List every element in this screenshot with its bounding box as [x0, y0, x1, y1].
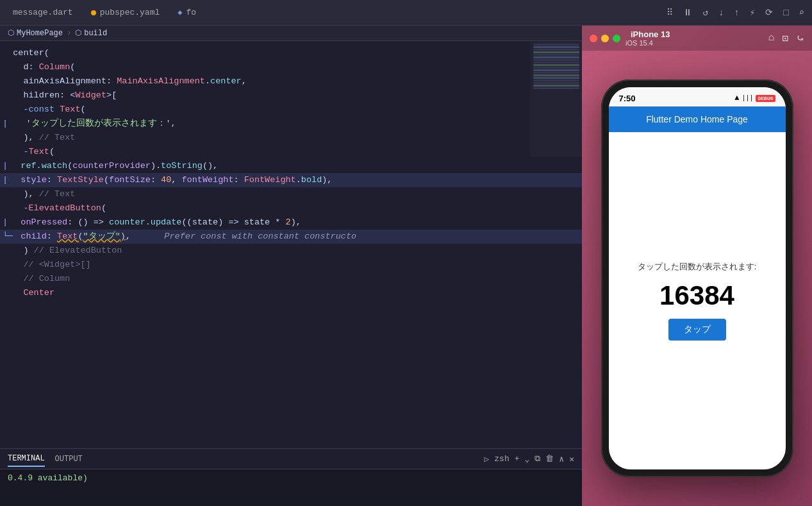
breadcrumb-part1[interactable]: MyHomePage — [17, 29, 63, 38]
screenshot-icon[interactable]: ⊡ — [782, 32, 788, 45]
terminal-shell-label: zsh — [494, 454, 509, 464]
tab-pubspec-yaml[interactable]: pubspec.yaml — [83, 5, 168, 20]
terminal-close-icon[interactable]: ✕ — [569, 454, 574, 464]
code-text: MainAxisAlignment — [117, 74, 205, 89]
debug-badge: DEBUG — [756, 95, 775, 102]
code-line-highlighted-squiggly: └─ child: Text("タップ"), Prefer const with… — [0, 230, 582, 244]
pause-icon[interactable]: ⏸ — [681, 6, 695, 19]
editor-pane: ⬡ MyHomePage › ⬡ build — [0, 26, 582, 506]
code-text: // Column — [3, 272, 70, 286]
rotate-icon[interactable]: ⤿ — [796, 32, 804, 45]
code-text: hildren: < — [3, 89, 75, 103]
code-text: // ElevatedButton — [34, 244, 122, 258]
signal-icon: ||| — [742, 95, 753, 102]
code-text: 'タップした回数が表示されます：', — [15, 117, 176, 131]
code-text: Center — [3, 286, 54, 300]
code-text: state — [192, 215, 219, 230]
breadcrumb: ⬡ MyHomePage › ⬡ build — [0, 26, 582, 41]
refresh-icon[interactable]: ↺ — [700, 6, 710, 19]
counter-value: 16384 — [659, 280, 734, 311]
terminal-actions: ▷ zsh + ⌄ ⧉ 🗑 ∧ ✕ — [484, 454, 574, 464]
code-text: onPressed — [21, 215, 67, 230]
code-text: ( — [81, 103, 86, 117]
code-text: // Text — [39, 187, 76, 201]
code-text: ). — [151, 159, 161, 173]
tab-label: pubspec.yaml — [100, 8, 160, 17]
phone-frame: 7:50 ▲ ||| DEBUG Flutter Demo Home Page — [601, 80, 793, 477]
download-icon[interactable]: ↓ — [716, 6, 726, 19]
undo-icon[interactable]: ⟳ — [763, 6, 775, 19]
code-text: ) => state * — [218, 215, 285, 230]
upload-icon[interactable]: ↑ — [731, 6, 742, 19]
device-info: iPhone 13 iOS 15.4 — [626, 30, 670, 47]
tab-message-dart[interactable]: message.dart — [5, 5, 81, 20]
code-text: : — [151, 173, 161, 187]
device-toolbar: iPhone 13 iOS 15.4 ⌂ ⊡ ⤿ — [582, 26, 812, 51]
breadcrumb-icon1: ⬡ — [8, 28, 14, 38]
code-line: ), // Text — [0, 187, 582, 201]
tab-output[interactable]: OUTPUT — [55, 452, 83, 466]
terminal-trash-icon[interactable]: 🗑 — [545, 454, 554, 464]
code-text — [3, 145, 23, 159]
code-text: bold — [301, 173, 322, 187]
search-icon[interactable]: ⌕ — [797, 6, 807, 19]
app-bar: Flutter Demo Home Page — [609, 106, 786, 132]
terminal-up-icon[interactable]: ∧ — [559, 454, 564, 464]
code-text: ( — [101, 201, 106, 215]
code-line: ainAxisAlignment: MainAxisAlignment.cent… — [0, 74, 582, 89]
lightning-icon[interactable]: ⚡ — [747, 6, 758, 19]
code-text: child — [21, 230, 47, 244]
code-text: (( — [181, 215, 192, 230]
terminal-text: 0.4.9 available) — [8, 473, 88, 483]
close-button[interactable] — [590, 35, 597, 42]
breadcrumb-part2[interactable]: build — [84, 29, 107, 38]
tap-button[interactable]: タップ — [668, 319, 726, 341]
terminal-area: TERMINAL OUTPUT ▷ zsh + ⌄ ⧉ 🗑 ∧ ✕ 0.4.9 … — [0, 448, 582, 506]
code-text: ), — [3, 131, 39, 145]
code-text: d: — [3, 60, 39, 74]
code-text: : () => — [67, 215, 109, 230]
hint-text: Prefer const with constant constructo — [144, 230, 356, 244]
code-line-highlighted: | style: TextStyle(fontSize: 40, fontWei… — [0, 173, 582, 187]
terminal-add-icon[interactable]: + — [515, 454, 520, 464]
code-text: // <Widget>[] — [3, 258, 91, 272]
code-text: ( — [67, 159, 72, 173]
counter-label: タップした回数が表示されます: — [638, 261, 757, 273]
code-text: 2 — [286, 215, 291, 230]
code-line: hildren: <Widget>[ — [0, 89, 582, 103]
device-toolbar-icons: ⌂ ⊡ ⤿ — [768, 32, 804, 45]
code-line: | ref.watch(counterProvider).toString(), — [0, 159, 582, 173]
code-text: fontWeight — [181, 173, 233, 187]
grid-icon[interactable]: ⠿ — [664, 6, 675, 19]
code-text: Column — [39, 60, 70, 74]
terminal-content[interactable]: 0.4.9 available) — [0, 469, 582, 506]
code-text: ) — [3, 244, 34, 258]
tab-terminal[interactable]: TERMINAL — [8, 451, 45, 467]
terminal-chevron-icon[interactable]: ⌄ — [525, 454, 530, 464]
tab-fo[interactable]: ◈ fo — [170, 5, 204, 20]
code-text: , — [126, 230, 131, 244]
code-text: : — [47, 230, 57, 244]
terminal-shell-icon: ▷ — [484, 454, 489, 464]
bar-char: | — [3, 173, 18, 187]
code-text: : — [234, 173, 244, 187]
main-area: ⬡ MyHomePage › ⬡ build — [0, 26, 812, 506]
code-editor[interactable]: center( d: Column( ainAxisAlignment: Mai… — [0, 41, 582, 448]
terminal-split-icon[interactable]: ⧉ — [534, 454, 540, 464]
code-line: -ElevatedButton( — [0, 201, 582, 215]
code-line: | onPressed: () => counter.update((state… — [0, 215, 582, 230]
square-icon[interactable]: □ — [781, 6, 791, 19]
code-text: center( — [3, 46, 49, 60]
home-icon[interactable]: ⌂ — [768, 32, 775, 45]
code-line: -Text( — [0, 145, 582, 159]
code-text: 40 — [161, 173, 171, 187]
code-text: fontSize — [109, 173, 151, 187]
bar-char: | — [3, 159, 18, 173]
breadcrumb-sep: › — [67, 29, 71, 38]
phone-wrapper: 7:50 ▲ ||| DEBUG Flutter Demo Home Page — [582, 51, 812, 506]
code-text: , — [171, 173, 181, 187]
maximize-button[interactable] — [613, 35, 620, 42]
code-line: // <Widget>[] — [0, 258, 582, 272]
code-text: , — [242, 74, 247, 89]
minimize-button[interactable] — [601, 35, 609, 42]
